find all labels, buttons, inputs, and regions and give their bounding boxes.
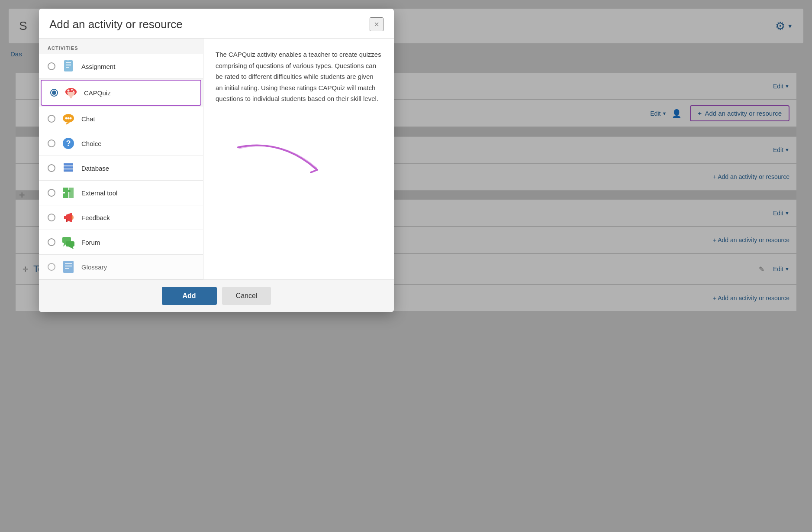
activity-name-external-tool: External tool	[81, 189, 117, 197]
svg-marker-13	[66, 123, 70, 125]
radio-glossary[interactable]	[48, 263, 55, 271]
radio-capquiz[interactable]	[50, 89, 58, 97]
svg-point-12	[70, 117, 72, 120]
close-button[interactable]: ×	[370, 17, 383, 31]
activity-name-feedback: Feedback	[81, 214, 110, 221]
svg-point-11	[68, 117, 70, 120]
activity-item-glossary[interactable]: Glossary	[39, 255, 203, 279]
activity-name-database: Database	[81, 165, 109, 172]
description-panel: The CAPQuiz activity enables a teacher t…	[203, 39, 394, 279]
activity-name-choice: Choice	[81, 140, 102, 147]
radio-forum[interactable]	[48, 238, 55, 246]
cancel-button[interactable]: Cancel	[222, 287, 271, 305]
add-button[interactable]: Add	[162, 287, 217, 305]
modal-header: Add an activity or resource ×	[39, 9, 394, 39]
radio-database[interactable]	[48, 164, 55, 172]
modal-dialog: Add an activity or resource × ACTIVITIES	[39, 9, 394, 312]
activities-panel: ACTIVITIES Assignment	[39, 39, 203, 279]
radio-chat[interactable]	[48, 115, 55, 123]
radio-assignment[interactable]	[48, 62, 55, 70]
description-text: The CAPQuiz activity enables a teacher t…	[216, 49, 382, 104]
activity-name-chat: Chat	[81, 115, 95, 123]
svg-text:?: ?	[66, 139, 71, 148]
svg-rect-17	[64, 163, 73, 165]
svg-marker-27	[68, 247, 74, 249]
external-tool-icon	[61, 185, 76, 201]
activity-name-glossary: Glossary	[81, 263, 107, 271]
svg-rect-8	[70, 96, 72, 98]
modal-overlay: Add an activity or resource × ACTIVITIES	[0, 0, 812, 532]
activity-item-database[interactable]: Database	[39, 156, 203, 181]
glossary-icon	[61, 259, 76, 275]
radio-external-tool[interactable]	[48, 189, 55, 197]
svg-point-23	[71, 215, 74, 220]
svg-rect-22	[66, 219, 68, 222]
svg-rect-3	[66, 67, 69, 68]
activity-item-capquiz[interactable]: CAPQuiz	[41, 80, 201, 106]
svg-rect-30	[65, 266, 72, 266]
activity-item-chat[interactable]: Chat	[39, 107, 203, 131]
database-icon	[61, 160, 76, 176]
svg-rect-31	[65, 268, 69, 269]
activity-item-choice[interactable]: ? Choice	[39, 131, 203, 156]
modal-footer: Add Cancel	[39, 279, 394, 312]
svg-point-6	[71, 89, 73, 91]
activity-item-external-tool[interactable]: External tool	[39, 181, 203, 205]
svg-rect-26	[66, 241, 74, 247]
svg-rect-29	[65, 263, 72, 264]
svg-rect-1	[66, 62, 71, 63]
activity-item-forum[interactable]: Forum	[39, 230, 203, 255]
capquiz-icon	[63, 85, 79, 101]
svg-rect-19	[64, 166, 73, 168]
radio-feedback[interactable]	[48, 214, 55, 221]
radio-choice[interactable]	[48, 139, 55, 147]
svg-point-10	[65, 117, 68, 120]
modal-body: ACTIVITIES Assignment	[39, 39, 394, 279]
svg-rect-2	[66, 65, 71, 65]
svg-point-5	[68, 90, 70, 92]
activity-name-assignment: Assignment	[81, 63, 115, 70]
activity-name-capquiz: CAPQuiz	[84, 89, 111, 97]
modal-title: Add an activity or resource	[49, 18, 370, 31]
chat-icon	[61, 111, 76, 127]
svg-rect-21	[64, 169, 73, 171]
choice-icon: ?	[61, 136, 76, 151]
activities-section-label: ACTIVITIES	[39, 39, 203, 54]
assignment-icon	[61, 58, 76, 74]
svg-point-7	[73, 91, 74, 92]
feedback-icon	[61, 210, 76, 225]
svg-rect-0	[64, 60, 73, 71]
activity-item-feedback[interactable]: Feedback	[39, 205, 203, 230]
forum-icon	[61, 234, 76, 250]
activity-name-forum: Forum	[81, 239, 100, 246]
svg-rect-28	[63, 261, 74, 273]
activity-item-assignment[interactable]: Assignment	[39, 54, 203, 79]
